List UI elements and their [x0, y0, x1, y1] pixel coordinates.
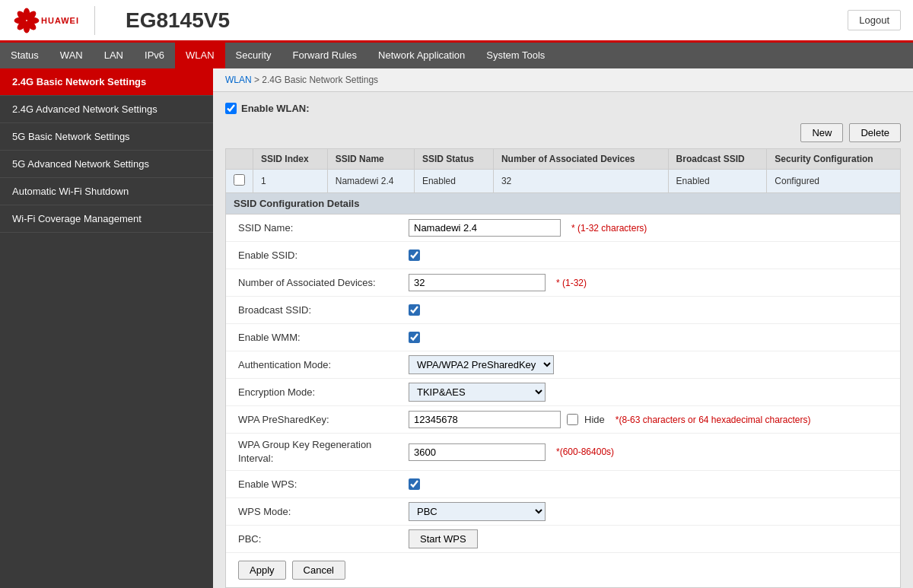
broadcast-ssid-label: Broadcast SSID:	[226, 300, 401, 320]
main-layout: 2.4G Basic Network Settings 2.4G Advance…	[0, 68, 913, 588]
breadcrumb-parent[interactable]: WLAN	[225, 75, 252, 85]
wps-mode-select[interactable]: PBC PIN	[409, 502, 546, 521]
start-wps-button[interactable]: Start WPS	[409, 529, 478, 548]
form-row-auth: Authentication Mode: WPA/WPA2 PreSharedK…	[226, 351, 900, 379]
form-row-wps-mode: WPS Mode: PBC PIN	[226, 498, 900, 526]
device-name: EG8145V5	[126, 8, 848, 33]
content-inner: Enable WLAN: New Delete SSID Index SSID …	[213, 92, 913, 588]
col-ssid-status: SSID Status	[414, 149, 493, 170]
wpa-key-input[interactable]	[409, 411, 561, 428]
sidebar-item-24g-basic[interactable]: 2.4G Basic Network Settings	[0, 68, 213, 96]
config-section: SSID Configuration Details SSID Name: * …	[225, 193, 901, 588]
enable-wlan-row: Enable WLAN:	[225, 103, 901, 114]
ssid-name-input[interactable]	[409, 219, 561, 237]
enc-mode-value: TKIP&AES AES TKIP	[401, 380, 900, 405]
devices-input[interactable]	[409, 274, 546, 291]
breadcrumb-current: 2.4G Basic Network Settings	[262, 75, 378, 85]
row-name: Namadewi 2.4	[327, 170, 414, 193]
sidebar-item-24g-advanced[interactable]: 2.4G Advanced Network Settings	[0, 96, 213, 123]
enc-mode-select[interactable]: TKIP&AES AES TKIP	[409, 383, 546, 402]
sidebar-item-5g-basic[interactable]: 5G Basic Network Settings	[0, 123, 213, 151]
enable-ssid-checkbox[interactable]	[409, 250, 420, 261]
cancel-button[interactable]: Cancel	[292, 561, 345, 580]
form-row-devices: Number of Associated Devices: * (1-32)	[226, 269, 900, 297]
nav-system-tools[interactable]: System Tools	[476, 43, 555, 68]
row-broadcast: Enabled	[668, 170, 767, 193]
auth-mode-value: WPA/WPA2 PreSharedKey WEP None	[401, 352, 900, 377]
logo-area: HUAWEI	[12, 6, 95, 35]
navbar: Status WAN LAN IPv6 WLAN Security Forwar…	[0, 43, 913, 68]
delete-button[interactable]: Delete	[849, 123, 901, 142]
nav-wan[interactable]: WAN	[49, 43, 94, 68]
nav-status[interactable]: Status	[0, 43, 49, 68]
enable-ssid-value	[401, 246, 900, 264]
col-checkbox	[226, 149, 253, 170]
nav-network-application[interactable]: Network Application	[367, 43, 476, 68]
row-devices: 32	[493, 170, 668, 193]
wpa-regen-input[interactable]	[409, 443, 546, 461]
row-checkbox[interactable]	[234, 174, 245, 186]
enable-wps-checkbox[interactable]	[409, 478, 420, 490]
sidebar-item-5g-advanced[interactable]: 5G Advanced Network Settings	[0, 151, 213, 178]
wpa-regen-value: *(600-86400s)	[401, 440, 900, 464]
wps-mode-label: WPS Mode:	[226, 501, 401, 522]
form-row-wpa-regen: WPA Group Key Regeneration Interval: *(6…	[226, 434, 900, 471]
form-row-wpa-key: WPA PreSharedKey: Hide *(8-63 characters…	[226, 406, 900, 434]
table-row: 1 Namadewi 2.4 Enabled 32 Enabled Config…	[226, 170, 901, 193]
col-ssid-index: SSID Index	[253, 149, 328, 170]
form-row-pbc: PBC: Start WPS	[226, 526, 900, 553]
broadcast-ssid-checkbox[interactable]	[409, 304, 420, 316]
breadcrumb-separator: >	[254, 75, 262, 85]
col-security: Security Configuration	[767, 149, 901, 170]
wpa-regen-hint: *(600-86400s)	[556, 447, 614, 457]
hide-label: Hide	[584, 414, 605, 425]
col-devices: Number of Associated Devices	[493, 149, 668, 170]
pbc-label: PBC:	[226, 529, 401, 549]
row-security: Configured	[767, 170, 901, 193]
config-section-title: SSID Configuration Details	[226, 193, 900, 215]
enable-wps-value	[401, 475, 900, 493]
form-row-wmm: Enable WMM:	[226, 324, 900, 351]
sidebar-item-wifi-coverage[interactable]: Wi-Fi Coverage Management	[0, 205, 213, 233]
brand-name: HUAWEI	[41, 16, 79, 25]
new-button[interactable]: New	[800, 123, 843, 142]
form-row-enable-ssid: Enable SSID:	[226, 242, 900, 269]
devices-label: Number of Associated Devices:	[226, 272, 401, 293]
nav-lan[interactable]: LAN	[94, 43, 134, 68]
form-row-enable-wps: Enable WPS:	[226, 471, 900, 498]
enable-ssid-label: Enable SSID:	[226, 245, 401, 265]
pbc-value: Start WPS	[401, 526, 900, 551]
enable-wmm-label: Enable WMM:	[226, 327, 401, 348]
apply-button[interactable]: Apply	[238, 561, 286, 580]
nav-security[interactable]: Security	[225, 43, 282, 68]
wpa-key-label: WPA PreSharedKey:	[226, 409, 401, 430]
button-row: New Delete	[225, 123, 901, 142]
ssid-table: SSID Index SSID Name SSID Status Number …	[225, 148, 901, 193]
devices-hint: * (1-32)	[556, 278, 587, 288]
logout-button[interactable]: Logout	[848, 10, 901, 30]
header: HUAWEI EG8145V5 Logout	[0, 0, 913, 43]
nav-ipv6[interactable]: IPv6	[134, 43, 175, 68]
broadcast-ssid-value	[401, 301, 900, 319]
row-status: Enabled	[414, 170, 493, 193]
form-row-ssid-name: SSID Name: * (1-32 characters)	[226, 215, 900, 242]
nav-forward-rules[interactable]: Forward Rules	[282, 43, 368, 68]
enable-wmm-checkbox[interactable]	[409, 332, 420, 343]
enable-wps-label: Enable WPS:	[226, 474, 401, 494]
sidebar-item-auto-wifi[interactable]: Automatic Wi-Fi Shutdown	[0, 178, 213, 205]
ssid-name-hint: * (1-32 characters)	[571, 223, 647, 234]
hide-key-checkbox[interactable]	[567, 414, 578, 425]
form-row-enc: Encryption Mode: TKIP&AES AES TKIP	[226, 379, 900, 406]
enable-wlan-checkbox[interactable]	[225, 103, 237, 114]
apply-row: Apply Cancel	[226, 553, 900, 587]
content-area: WLAN > 2.4G Basic Network Settings Enabl…	[213, 68, 913, 588]
ssid-name-value-area: * (1-32 characters)	[401, 216, 900, 240]
wps-mode-value: PBC PIN	[401, 499, 900, 524]
wpa-regen-label: WPA Group Key Regeneration Interval:	[226, 434, 401, 470]
nav-wlan[interactable]: WLAN	[175, 43, 225, 68]
auth-mode-select[interactable]: WPA/WPA2 PreSharedKey WEP None	[409, 355, 554, 374]
auth-mode-label: Authentication Mode:	[226, 354, 401, 375]
col-ssid-name: SSID Name	[327, 149, 414, 170]
enable-wmm-value	[401, 329, 900, 346]
enc-mode-label: Encryption Mode:	[226, 382, 401, 402]
